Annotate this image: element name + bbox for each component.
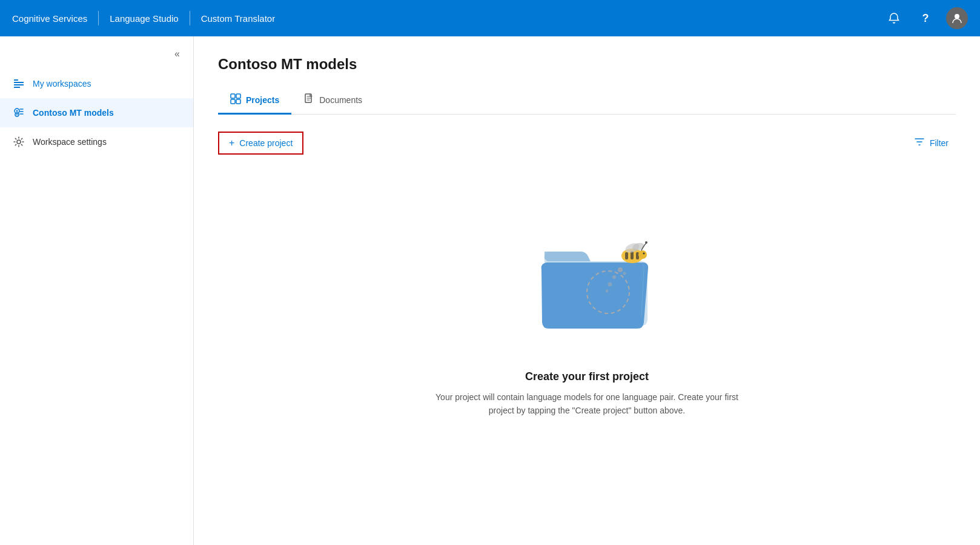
nav-divider-2 <box>190 11 190 25</box>
svg-rect-12 <box>231 99 235 104</box>
top-navigation: Cognitive Services Language Studio Custo… <box>0 0 980 36</box>
svg-rect-1 <box>14 79 18 81</box>
content-toolbar: + Create project Filter <box>218 132 956 155</box>
filter-label: Filter <box>930 138 949 148</box>
content-tabs: Projects Documents <box>218 87 956 115</box>
main-content: Contoso MT models Projects <box>194 36 980 545</box>
svg-rect-3 <box>14 84 24 85</box>
svg-point-6 <box>16 110 18 112</box>
tab-documents-label: Documents <box>319 95 362 105</box>
cognitive-services-link[interactable]: Cognitive Services <box>12 13 87 24</box>
svg-point-8 <box>16 114 18 115</box>
sidebar-item-label-settings: Workspace settings <box>33 137 107 147</box>
sidebar-collapse-button[interactable]: « <box>171 46 184 62</box>
filter-button[interactable]: Filter <box>907 132 956 155</box>
nav-icons: ? <box>883 7 968 29</box>
create-project-label: Create project <box>239 138 293 148</box>
tab-projects-label: Projects <box>246 95 279 105</box>
sidebar-item-workspace-settings[interactable]: Workspace settings <box>0 127 193 156</box>
svg-point-27 <box>608 283 612 287</box>
app-layout: « My workspaces <box>0 36 980 545</box>
svg-point-25 <box>618 267 623 272</box>
sidebar-item-contoso-mt[interactable]: Contoso MT models <box>0 98 193 127</box>
svg-point-24 <box>645 241 647 244</box>
svg-rect-19 <box>636 252 639 259</box>
page-title: Contoso MT models <box>218 56 956 73</box>
projects-tab-icon <box>230 93 241 107</box>
workspaces-icon <box>12 78 25 90</box>
empty-state-title: Create your first project <box>525 370 649 383</box>
plus-icon: + <box>229 138 234 149</box>
svg-rect-10 <box>231 94 235 98</box>
tab-projects[interactable]: Projects <box>218 87 291 115</box>
svg-point-26 <box>612 275 616 279</box>
sidebar-item-my-workspaces[interactable]: My workspaces <box>0 69 193 98</box>
empty-illustration <box>508 198 666 356</box>
notification-bell-button[interactable] <box>883 7 905 29</box>
language-studio-link[interactable]: Language Studio <box>110 13 178 24</box>
contoso-mt-icon <box>12 107 25 119</box>
tab-documents[interactable]: Documents <box>291 87 374 115</box>
nav-divider-1 <box>98 11 99 25</box>
settings-icon <box>12 136 25 148</box>
user-avatar[interactable] <box>946 7 968 29</box>
sidebar-item-label-contoso: Contoso MT models <box>33 108 114 118</box>
sidebar-item-label-workspaces: My workspaces <box>33 79 91 89</box>
svg-rect-2 <box>14 82 24 83</box>
sidebar-collapse-control: « <box>0 46 193 69</box>
documents-tab-icon <box>303 93 314 107</box>
svg-point-0 <box>955 14 959 19</box>
help-button[interactable]: ? <box>915 7 936 29</box>
svg-point-9 <box>17 140 21 144</box>
svg-point-21 <box>643 253 645 255</box>
svg-point-29 <box>623 272 626 275</box>
svg-point-20 <box>638 250 647 259</box>
svg-rect-4 <box>14 87 20 88</box>
sidebar: « My workspaces <box>0 36 194 545</box>
custom-translator-link[interactable]: Custom Translator <box>201 13 276 24</box>
create-project-button[interactable]: + Create project <box>218 132 303 155</box>
svg-rect-11 <box>236 94 240 98</box>
svg-rect-17 <box>625 252 628 259</box>
filter-icon <box>914 136 925 150</box>
svg-point-28 <box>606 290 609 293</box>
empty-state-description: Your project will contain language model… <box>435 390 738 418</box>
empty-state: Create your first project Your project w… <box>218 174 956 442</box>
svg-rect-13 <box>236 99 240 104</box>
